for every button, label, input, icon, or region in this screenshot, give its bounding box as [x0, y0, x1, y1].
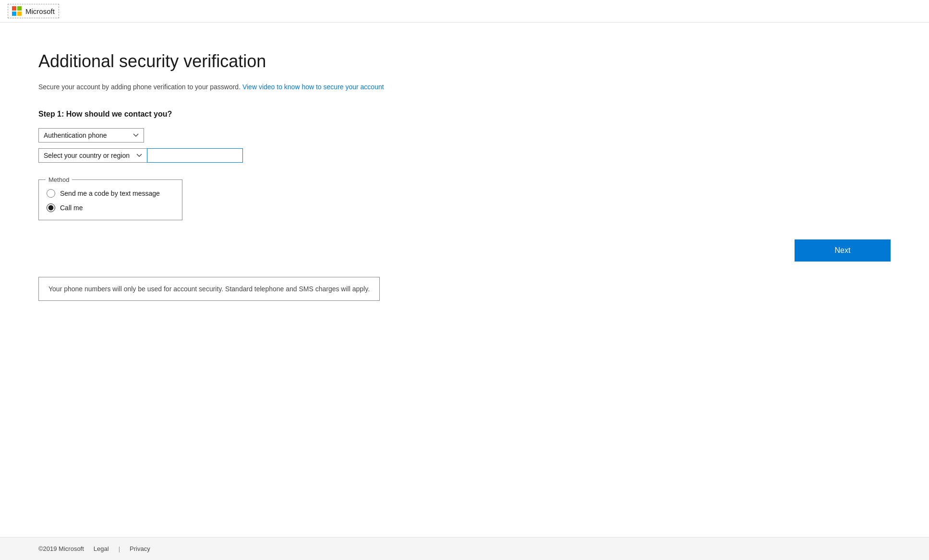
microsoft-name: Microsoft: [25, 7, 55, 15]
notice-box: Your phone numbers will only be used for…: [38, 277, 380, 301]
radio-option-sms[interactable]: Send me a code by text message: [47, 189, 172, 198]
contact-type-dropdown[interactable]: Authentication phone Mobile app: [38, 128, 144, 143]
footer-divider: |: [119, 545, 120, 552]
ms-logo-grid: [12, 6, 22, 16]
microsoft-logo: Microsoft: [8, 4, 59, 18]
next-button[interactable]: Next: [795, 239, 891, 262]
footer-privacy-link[interactable]: Privacy: [130, 545, 150, 552]
ms-logo-yellow: [17, 12, 22, 16]
radio-call[interactable]: [47, 203, 55, 212]
button-row: Next: [38, 239, 891, 262]
radio-sms[interactable]: [47, 189, 55, 198]
country-dropdown[interactable]: Select your country or region United Sta…: [38, 148, 147, 163]
subtitle-static: Secure your account by adding phone veri…: [38, 83, 241, 91]
page-title: Additional security verification: [38, 51, 891, 71]
main-content: Additional security verification Secure …: [0, 23, 929, 537]
radio-sms-label: Send me a code by text message: [60, 190, 160, 197]
ms-logo-red: [12, 6, 16, 11]
country-phone-row: Select your country or region United Sta…: [38, 148, 891, 163]
ms-logo-green: [17, 6, 22, 11]
ms-logo-blue: [12, 12, 16, 16]
radio-option-call[interactable]: Call me: [47, 203, 172, 212]
notice-text: Your phone numbers will only be used for…: [48, 285, 370, 293]
method-legend: Method: [46, 176, 72, 183]
footer-copyright: ©2019 Microsoft: [38, 545, 84, 552]
radio-call-label: Call me: [60, 204, 83, 212]
phone-number-input[interactable]: [147, 148, 243, 163]
subtitle-link[interactable]: View video to know how to secure your ac…: [242, 83, 384, 91]
step-heading: Step 1: How should we contact you?: [38, 110, 891, 119]
footer: ©2019 Microsoft Legal | Privacy: [0, 537, 929, 560]
method-fieldset: Method Send me a code by text message Ca…: [38, 176, 182, 220]
header: Microsoft: [0, 0, 929, 23]
footer-legal-link[interactable]: Legal: [94, 545, 109, 552]
subtitle: Secure your account by adding phone veri…: [38, 83, 891, 91]
